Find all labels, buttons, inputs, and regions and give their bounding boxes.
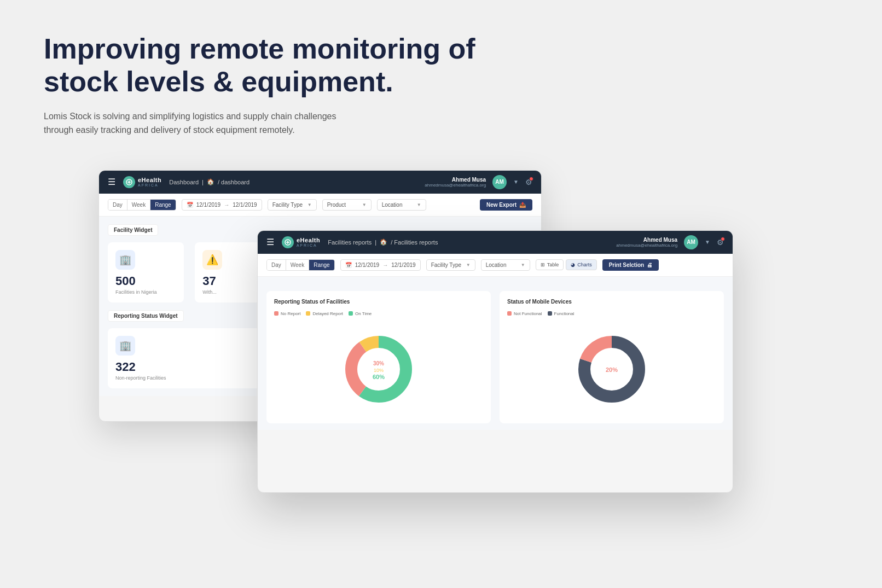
report-facility-type-label: Facility Type <box>431 262 461 268</box>
report-avatar: AM <box>684 235 698 249</box>
stat-value-1: 37 <box>202 274 263 288</box>
report-content: Reporting Status of Facilities No Report… <box>258 277 733 430</box>
report-arrow-icon: → <box>382 262 388 268</box>
legend-not-functional: Not Functional <box>507 311 542 316</box>
report-date-toggle: Day Week Range <box>266 259 335 271</box>
hamburger-icon[interactable]: ☰ <box>266 237 274 247</box>
facilities-report-screenshot: ☰ eHealth AFRICA Facilities reports <box>257 230 733 493</box>
functional-label: Functional <box>554 311 575 316</box>
report-breadcrumb-page: Facilities reports <box>328 239 372 246</box>
chevron-down-icon: ▼ <box>307 202 312 207</box>
notifications-icon[interactable]: ⚙ <box>525 178 532 187</box>
report-breadcrumb-path: / Facilities reports <box>391 239 438 246</box>
no-report-dot <box>274 311 278 316</box>
logo-sub: AFRICA <box>138 183 161 187</box>
report-logo-circle <box>282 236 294 248</box>
dashboard-navbar: ☰ eHealth AFRICA Dashboard | <box>99 171 541 194</box>
report-range-button[interactable]: Range <box>309 260 334 270</box>
delayed-report-label: Delayed Report <box>312 311 343 316</box>
report-date-to: 12/1/2019 <box>391 262 416 268</box>
facility-type-label: Facility Type <box>272 202 303 208</box>
day-button[interactable]: Day <box>108 200 127 210</box>
chevron-down-icon: ▼ <box>362 202 367 207</box>
report-user-email: ahmedmusa@ehealthafrica.org <box>616 243 677 248</box>
reporting-donut: 30% 10% 60% <box>274 323 483 416</box>
logo-text-block: eHealth AFRICA <box>138 177 161 187</box>
new-export-button[interactable]: New Export 📤 <box>480 199 532 211</box>
breadcrumb: Dashboard | 🏠 / dashboard <box>169 178 249 185</box>
date-range-picker[interactable]: 📅 12/1/2019 → 12/1/2019 <box>182 199 262 211</box>
stat-value-0: 500 <box>115 274 176 288</box>
navbar-left: ☰ eHealth AFRICA Dashboard | <box>108 176 249 188</box>
reporting-legend: No Report Delayed Report On Time <box>274 311 483 316</box>
report-toolbar: Day Week Range 📅 12/1/2019 → 12/1/2019 F… <box>258 254 733 277</box>
report-user-info: Ahmed Musa ahmedmusa@ehealthafrica.org <box>616 237 677 248</box>
legend-delayed-report: Delayed Report <box>306 311 343 316</box>
export-label: New Export <box>486 202 517 208</box>
mobile-chart-title: Status of Mobile Devices <box>507 299 716 305</box>
report-facility-chevron: ▼ <box>466 263 471 267</box>
report-location-filter[interactable]: Location ▼ <box>481 259 530 271</box>
report-date-range-picker[interactable]: 📅 12/1/2019 → 12/1/2019 <box>340 259 421 271</box>
report-week-button[interactable]: Week <box>286 260 309 270</box>
user-name: Ahmed Musa <box>425 177 486 183</box>
date-from: 12/1/2019 <box>196 202 221 208</box>
report-facility-type-filter[interactable]: Facility Type ▼ <box>426 259 475 271</box>
svg-text:60%: 60% <box>373 374 385 380</box>
hamburger-icon[interactable]: ☰ <box>108 177 115 187</box>
week-button[interactable]: Week <box>127 200 150 210</box>
charts-row: Reporting Status of Facilities No Report… <box>266 291 724 423</box>
not-functional-dot <box>507 311 512 316</box>
report-settings-icon[interactable]: ⚙ <box>717 238 724 247</box>
print-icon: 🖨 <box>647 262 652 268</box>
print-button[interactable]: Print Selction 🖨 <box>602 259 659 271</box>
mobile-donut: 20% <box>507 323 716 416</box>
range-button[interactable]: Range <box>150 200 175 210</box>
reporting-chart-title: Reporting Status of Facilities <box>274 299 483 305</box>
report-logo: eHealth AFRICA <box>282 236 320 248</box>
delayed-report-dot <box>306 311 310 316</box>
legend-no-report: No Report <box>274 311 300 316</box>
logo-circle <box>123 176 135 188</box>
stat-card-0: 🏢 500 Facilities in Nigeria <box>108 242 184 302</box>
chevron-down-icon: ▼ <box>417 202 421 207</box>
report-location-chevron: ▼ <box>521 263 525 267</box>
calendar-icon: 📅 <box>187 202 193 208</box>
report-navbar-left: ☰ eHealth AFRICA Facilities reports <box>266 236 438 248</box>
table-view-button[interactable]: ⊞ Table <box>536 259 564 270</box>
location-filter[interactable]: Location ▼ <box>377 199 426 211</box>
building-icon: 🏢 <box>115 250 135 270</box>
facility-widget-label: Facility Widget <box>108 224 158 236</box>
stat-desc-0: Facilities in Nigeria <box>115 289 176 295</box>
functional-dot <box>548 311 552 316</box>
reporting-donut-svg: 30% 10% 60% <box>338 328 420 410</box>
not-functional-label: Not Functional <box>514 311 542 316</box>
charts-view-button[interactable]: ◕ Charts <box>566 259 597 270</box>
report-notification-badge <box>721 237 725 241</box>
product-filter[interactable]: Product ▼ <box>322 199 372 211</box>
stat-desc-1: With... <box>202 289 263 295</box>
report-date-from: 12/1/2019 <box>355 262 380 268</box>
location-label: Location <box>382 202 403 208</box>
svg-text:10%: 10% <box>374 368 384 373</box>
hero-title: Improving remote monitoring of stock lev… <box>44 33 514 98</box>
report-logo-text: eHealth <box>297 237 320 243</box>
facility-type-filter[interactable]: Facility Type ▼ <box>268 199 317 211</box>
no-report-label: No Report <box>281 311 300 316</box>
logo-icon <box>125 178 133 186</box>
on-time-label: On Time <box>355 311 372 316</box>
navbar-right: Ahmed Musa ahmedmusa@ehealthafrica.org A… <box>425 175 532 189</box>
report-navbar: ☰ eHealth AFRICA Facilities reports <box>258 231 733 254</box>
logo-text: eHealth <box>138 177 161 183</box>
breadcrumb-path: / dashboard <box>218 179 249 185</box>
report-day-button[interactable]: Day <box>267 260 286 270</box>
report-navbar-right: Ahmed Musa ahmedmusa@ehealthafrica.org A… <box>616 235 724 249</box>
chevron-down-icon[interactable]: ▼ <box>513 179 519 185</box>
dashboard-toolbar: Day Week Range 📅 12/1/2019 → 12/1/2019 F… <box>99 194 541 217</box>
svg-text:30%: 30% <box>373 360 384 366</box>
table-icon: ⊞ <box>541 262 545 267</box>
print-label: Print Selction <box>609 262 644 268</box>
arrow-icon: → <box>224 202 229 208</box>
report-logo-text-block: eHealth AFRICA <box>297 237 320 247</box>
report-chevron-icon[interactable]: ▼ <box>705 239 710 245</box>
